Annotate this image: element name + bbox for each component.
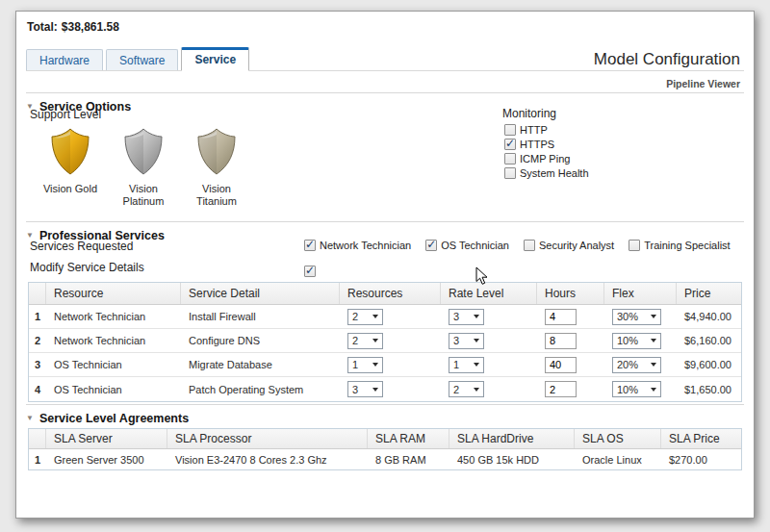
checkbox-icon[interactable] [425,240,437,251]
col-resources: Resources [340,283,441,304]
checkbox-icon[interactable] [504,153,516,165]
chevron-down-icon [372,388,378,392]
cell-resource: OS Technician [46,359,181,370]
rate-level-dropdown[interactable]: 1 [449,357,484,373]
table-row: 3 OS Technician Migrate Database 1 1 20%… [29,353,741,377]
chevron-down-icon [372,339,378,342]
total-price: Total:$38,861.58 [27,20,119,34]
rate-level-dropdown[interactable]: 2 [449,381,484,397]
chevron-down-icon [651,339,656,342]
checkbox-icon[interactable] [504,139,516,150]
flex-dropdown[interactable]: 20% [612,357,661,373]
table-row: 4 OS Technician Patch Operating System 3… [29,377,741,401]
checkbox-icon[interactable] [524,240,535,251]
support-level-vision-titanium[interactable]: Vision Titanium [180,127,253,208]
support-level-options: Vision Gold Vision Platinum Vision Tit [34,127,253,208]
monitoring-label: Monitoring [502,107,589,120]
flex-dropdown[interactable]: 30% [612,309,661,325]
resources-dropdown[interactable]: 3 [347,381,383,397]
chevron-down-icon [651,388,656,392]
checkbox-label: ICMP Ping [520,153,570,165]
col-hours: Hours [537,283,604,304]
cell-sla-os: Oracle Linux [575,454,661,466]
model-configuration-window: Total:$38,861.58 Model Configuration Har… [15,11,755,519]
tab-hardware[interactable]: Hardware [26,49,103,70]
disclosure-triangle-icon[interactable]: ▼ [26,414,34,422]
rate-level-dropdown[interactable]: 3 [449,309,484,325]
services-requested-options: Network Technician OS Technician Securit… [304,240,731,251]
resources-dropdown[interactable]: 1 [347,357,383,373]
sla-table-header: SLA Server SLA Processor SLA RAM SLA Har… [29,429,741,449]
col-rownum [29,283,46,304]
flex-dropdown[interactable]: 10% [612,333,661,349]
checkbox-network-technician[interactable]: Network Technician [304,240,411,251]
resources-dropdown[interactable]: 2 [347,333,383,349]
checkbox-label: Training Specialist [644,240,730,251]
checkbox-icmp-ping[interactable]: ICMP Ping [504,153,589,165]
cell-service-detail: Configure DNS [181,335,340,346]
flex-dropdown[interactable]: 10% [612,381,661,397]
checkbox-label: Network Technician [320,240,411,251]
tab-software[interactable]: Software [106,49,178,70]
support-level-label-gold: Vision Gold [40,183,100,195]
table-row: 1 Green Server 3500 Vision E3-2470 8 Cor… [29,449,741,469]
checkbox-icon[interactable] [504,167,516,179]
disclosure-triangle-icon[interactable]: ▼ [26,231,34,240]
support-level-vision-gold[interactable]: Vision Gold [34,127,107,208]
modify-service-details-label: Modify Service Details [30,261,144,274]
titanium-shield-icon [195,127,238,177]
checkbox-security-analyst[interactable]: Security Analyst [524,240,614,251]
checkbox-training-specialist[interactable]: Training Specialist [629,240,730,251]
col-rownum [29,429,46,448]
checkbox-https[interactable]: HTTPS [504,139,589,150]
rate-level-dropdown[interactable]: 3 [449,333,484,349]
checkbox-system-health[interactable]: System Health [504,167,589,179]
row-number: 4 [29,384,46,395]
hours-input[interactable] [545,381,577,397]
col-rate-level: Rate Level [441,283,537,304]
gold-shield-icon [49,127,91,177]
services-requested-label: Services Requested [30,240,133,253]
checkbox-os-technician[interactable]: OS Technician [425,240,509,251]
checkbox-label: HTTPS [520,139,554,150]
support-level-label-platinum: Vision Platinum [114,183,173,208]
cell-sla-server: Green Server 3500 [46,454,167,466]
pipeline-viewer-link[interactable]: Pipeline Viewer [666,78,740,89]
chevron-down-icon [372,363,378,367]
chevron-down-icon [372,315,378,318]
checkbox-label: OS Technician [441,240,509,251]
checkbox-label: Security Analyst [539,240,614,251]
checkbox-icon[interactable] [304,240,316,251]
tab-service[interactable]: Service [181,47,249,71]
checkbox-http[interactable]: HTTP [504,124,589,136]
checkbox-icon[interactable] [629,240,640,251]
support-level-vision-platinum[interactable]: Vision Platinum [107,127,180,208]
hours-input[interactable] [545,357,577,373]
cell-sla-ram: 8 GB RAM [368,454,449,466]
section-service-options: ▼Service Options [26,92,744,114]
checkbox-icon[interactable] [504,124,516,136]
cell-sla-harddrive: 450 GB 15k HDD [449,454,575,466]
table-row: 2 Network Technician Configure DNS 2 3 1… [29,329,741,353]
cell-sla-price: $270.00 [661,454,741,466]
row-number: 1 [29,311,46,322]
checkbox-label: System Health [520,167,589,179]
hours-input[interactable] [545,309,577,325]
support-level-label-titanium: Vision Titanium [187,183,246,208]
cell-price: $4,940.00 [677,311,741,322]
total-label: Total: [27,20,58,34]
support-level-label: Support Level [30,108,101,121]
cell-service-detail: Patch Operating System [181,384,340,395]
services-table-header: Resource Service Detail Resources Rate L… [29,283,741,305]
checkbox-label: HTTP [520,124,548,136]
total-value: $38,861.58 [62,20,119,34]
cell-price: $6,160.00 [677,335,741,346]
col-price: Price [677,283,741,304]
hours-input[interactable] [545,333,577,349]
checkbox-modify-service-details[interactable] [304,266,316,277]
chevron-down-icon [474,363,479,367]
row-number: 2 [29,335,46,346]
resources-dropdown[interactable]: 2 [347,309,383,325]
cell-sla-processor: Vision E3-2470 8 Cores 2.3 Ghz [167,454,368,466]
cell-resource: Network Technician [46,335,181,346]
